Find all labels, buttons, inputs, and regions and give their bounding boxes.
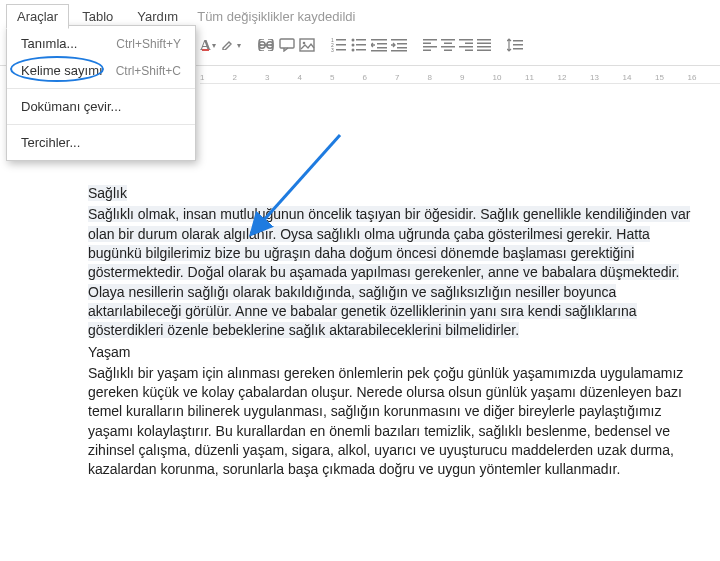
svg-rect-43 [513,40,523,42]
svg-rect-45 [513,48,523,50]
svg-rect-18 [356,49,366,51]
text-color-button[interactable]: A ▾ [200,33,216,57]
increase-indent-button[interactable] [391,33,407,57]
decrease-indent-button[interactable] [371,33,387,57]
svg-rect-34 [444,50,452,52]
svg-rect-37 [459,46,473,48]
menu-preferences[interactable]: Tercihler... [7,129,195,156]
svg-rect-19 [371,39,387,41]
svg-rect-32 [444,43,452,45]
svg-rect-44 [513,44,523,46]
doc-paragraph-1: Sağlıklı olmak, insan mutluluğunun öncel… [88,206,690,338]
svg-rect-42 [477,50,491,52]
menu-word-count-label: Kelime sayımı [21,63,103,78]
ruler-tick: 15 [655,73,688,82]
svg-rect-12 [336,49,346,51]
align-left-button[interactable] [423,33,437,57]
menu-translate-doc[interactable]: Dokümanı çevir... [7,93,195,120]
document-body[interactable]: Sağlık Sağlıklı olmak, insan mutluluğunu… [88,184,698,480]
svg-rect-38 [465,50,473,52]
svg-rect-20 [377,43,387,45]
menu-separator [7,88,195,89]
svg-point-17 [351,49,354,52]
menu-translate-label: Dokümanı çevir... [21,99,121,114]
save-status: Tüm değişiklikler kaydedildi [197,9,355,24]
ruler-tick: 8 [428,73,461,82]
svg-rect-0 [222,50,232,52]
menu-tools[interactable]: Araçlar [6,4,69,29]
svg-rect-24 [397,43,407,45]
svg-rect-22 [371,50,387,52]
svg-rect-30 [423,50,431,52]
svg-rect-36 [465,43,473,45]
menu-define-shortcut: Ctrl+Shift+Y [116,37,181,51]
ruler-tick: 9 [460,73,493,82]
svg-rect-8 [336,39,346,41]
ruler-tick: 1 [200,73,233,82]
svg-rect-23 [391,39,407,41]
ruler-tick: 5 [330,73,363,82]
insert-link-button[interactable] [257,33,275,57]
svg-rect-4 [280,39,294,48]
svg-rect-33 [441,46,455,48]
svg-rect-39 [477,39,491,41]
bulleted-list-button[interactable] [351,33,367,57]
svg-rect-3 [262,44,270,46]
ruler-tick: 3 [265,73,298,82]
doc-paragraph-2: Sağlıklı bir yaşam için alınması gereken… [88,365,683,478]
doc-heading-1: Sağlık [88,185,127,201]
tools-dropdown: Tanımla... Ctrl+Shift+Y Kelime sayımı Ct… [6,25,196,161]
ruler[interactable]: 1 2 3 4 5 6 7 8 9 10 11 12 13 14 15 16 [200,66,720,84]
menu-word-count-shortcut: Ctrl+Shift+C [116,64,181,78]
menu-define[interactable]: Tanımla... Ctrl+Shift+Y [7,30,195,57]
ruler-tick: 2 [233,73,266,82]
ruler-tick: 6 [363,73,396,82]
ruler-tick: 13 [590,73,623,82]
svg-rect-21 [377,47,387,49]
svg-rect-31 [441,39,455,41]
menu-word-count[interactable]: Kelime sayımı Ctrl+Shift+C [7,57,195,84]
numbered-list-button[interactable]: 123 [331,33,347,57]
svg-rect-16 [356,44,366,46]
ruler-tick: 7 [395,73,428,82]
svg-rect-40 [477,43,491,45]
ruler-tick: 16 [688,73,721,82]
align-justify-button[interactable] [477,33,491,57]
align-center-button[interactable] [441,33,455,57]
doc-heading-2: Yaşam [88,344,131,360]
align-right-button[interactable] [459,33,473,57]
line-spacing-button[interactable] [507,33,523,57]
menu-define-label: Tanımla... [21,36,77,51]
ruler-tick: 12 [558,73,591,82]
svg-rect-27 [423,39,437,41]
ruler-tick: 4 [298,73,331,82]
highlight-color-button[interactable]: ▾ [220,33,241,57]
insert-comment-button[interactable] [279,33,295,57]
svg-rect-25 [397,47,407,49]
ruler-tick: 11 [525,73,558,82]
menu-separator [7,124,195,125]
svg-rect-35 [459,39,473,41]
svg-rect-41 [477,46,491,48]
insert-image-button[interactable] [299,33,315,57]
ruler-tick: 10 [493,73,526,82]
svg-rect-14 [356,39,366,41]
svg-rect-29 [423,46,437,48]
svg-text:3: 3 [331,47,334,52]
svg-point-13 [351,39,354,42]
svg-point-15 [351,44,354,47]
menu-prefs-label: Tercihler... [21,135,80,150]
svg-rect-26 [391,50,407,52]
svg-point-6 [303,42,306,45]
ruler-tick: 14 [623,73,656,82]
svg-rect-10 [336,44,346,46]
svg-rect-28 [423,43,431,45]
